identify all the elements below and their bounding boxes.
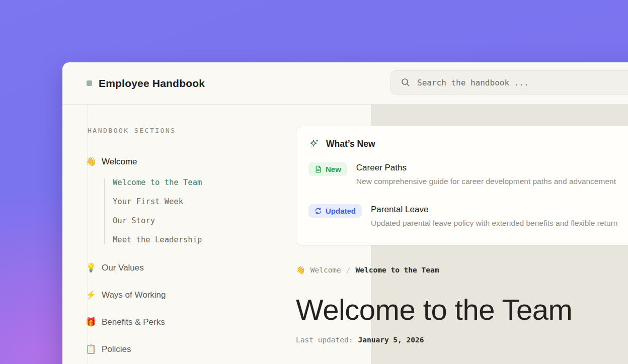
whats-new-item-description: New comprehensive guide for career devel… (356, 176, 616, 187)
search-icon (401, 78, 410, 87)
app-header: Employee Handbook Search the handbook ..… (62, 62, 628, 105)
whats-new-title: What’s New (326, 138, 375, 149)
whats-new-item-description: Updated parental leave policy with exten… (371, 218, 617, 229)
whats-new-item-text: Parental Leave Updated parental leave po… (371, 204, 617, 229)
sidebar-subitem-meet-the-leadership[interactable]: Meet the Leadership (113, 236, 274, 244)
last-updated-value: January 5, 2026 (358, 336, 424, 345)
app-title: Employee Handbook (99, 77, 205, 89)
breadcrumb-separator: / (346, 266, 351, 274)
sidebar-section-label: HANDBOOK SECTIONS (88, 127, 274, 135)
app-logo-icon (87, 80, 92, 86)
page-title: Welcome to the Team (296, 294, 628, 326)
sidebar-item-welcome[interactable]: 👋 Welcome (88, 156, 274, 167)
sidebar-sections: 💡 Our Values ⚡ Ways of Working 🎁 Benefit… (88, 262, 274, 355)
refresh-icon (315, 207, 322, 215)
sidebar: HANDBOOK SECTIONS 👋 Welcome Welcome to t… (88, 105, 274, 355)
sidebar-subitem-your-first-week[interactable]: Your First Week (113, 198, 274, 206)
sidebar-item-label: Welcome (102, 157, 137, 167)
main-content: What’s New New Career Paths New comprehe… (296, 105, 628, 345)
whats-new-card: What’s New New Career Paths New comprehe… (296, 126, 628, 245)
sidebar-item-our-values[interactable]: 💡 Our Values (88, 262, 274, 274)
lightbulb-icon: 💡 (86, 263, 96, 273)
sidebar-item-label: Policies (102, 344, 131, 354)
document-icon (315, 165, 322, 173)
search-input[interactable]: Search the handbook ... (390, 70, 628, 95)
app-window: Employee Handbook Search the handbook ..… (62, 62, 628, 364)
whats-new-item-parental-leave[interactable]: Updated Parental Leave Updated parental … (308, 204, 628, 229)
whats-new-item-title: Career Paths (356, 162, 616, 173)
last-updated-label: Last updated: (296, 336, 353, 345)
whats-new-item-text: Career Paths New comprehensive guide for… (356, 162, 616, 187)
gift-icon: 🎁 (86, 317, 96, 327)
whats-new-item-career-paths[interactable]: New Career Paths New comprehensive guide… (308, 162, 628, 187)
sidebar-subitem-our-story[interactable]: Our Story (113, 217, 274, 225)
sidebar-subitem-welcome-to-the-team[interactable]: Welcome to the Team (113, 178, 274, 187)
sidebar-item-label: Our Values (102, 263, 144, 273)
whats-new-item-title: Parental Leave (371, 204, 617, 215)
sidebar-item-ways-of-working[interactable]: ⚡ Ways of Working (88, 290, 274, 301)
sidebar-item-label: Ways of Working (102, 290, 166, 300)
sidebar-subsection-welcome: Welcome to the Team Your First Week Our … (104, 178, 274, 244)
lightning-icon: ⚡ (86, 290, 96, 300)
sparkles-icon (308, 138, 320, 149)
updated-badge: Updated (308, 204, 362, 218)
wave-icon: 👋 (296, 265, 305, 275)
whats-new-header: What’s New (308, 138, 628, 149)
sidebar-item-benefits-perks[interactable]: 🎁 Benefits & Perks (88, 317, 274, 328)
breadcrumb-section[interactable]: Welcome (310, 266, 341, 274)
search-placeholder: Search the handbook ... (417, 78, 529, 87)
sidebar-item-label: Benefits & Perks (102, 317, 165, 327)
sidebar-item-policies[interactable]: 📋 Policies (88, 344, 274, 355)
clipboard-icon: 📋 (86, 344, 96, 354)
last-updated: Last updated: January 5, 2026 (296, 336, 628, 345)
breadcrumb-current-page: Welcome to the Team (356, 266, 439, 274)
badge-label: Updated (326, 207, 356, 215)
sidebar-nav: 👋 Welcome Welcome to the Team Your First… (88, 156, 274, 355)
new-badge: New (308, 162, 347, 176)
badge-label: New (326, 165, 341, 173)
wave-icon: 👋 (86, 157, 96, 167)
breadcrumb: 👋 Welcome / Welcome to the Team (296, 265, 628, 275)
